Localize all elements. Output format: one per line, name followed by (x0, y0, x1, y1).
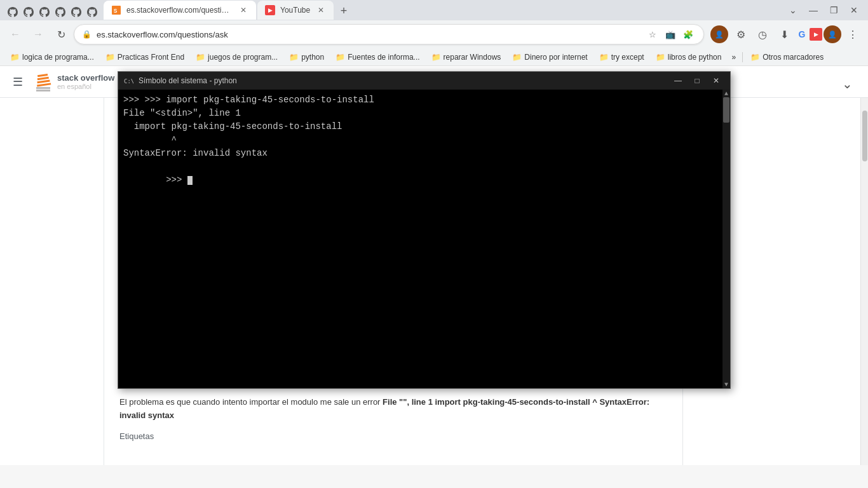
lock-icon: 🔒 (82, 30, 92, 39)
tab-icon-6[interactable] (85, 4, 100, 20)
bookmark-fuentes-label: Fuentes de informa... (348, 53, 419, 62)
bookmark-otros-icon: 📁 (750, 53, 760, 62)
forward-button[interactable]: → (28, 24, 48, 44)
history-button[interactable]: ◷ (752, 24, 773, 44)
tab-icon-3[interactable] (37, 4, 52, 20)
cast-button[interactable]: 📺 (663, 27, 678, 42)
bookmark-folder-icon-2: 📁 (105, 53, 115, 62)
cmd-icon: C:\ (123, 76, 133, 86)
active-tab-close-button[interactable]: ✕ (238, 5, 248, 15)
bookmark-python-label: python (301, 53, 324, 62)
user-avatar: 👤 (710, 25, 728, 43)
menu-button[interactable]: ⋮ (843, 24, 863, 44)
svg-rect-6 (37, 80, 50, 84)
refresh-button[interactable]: ↻ (51, 24, 71, 44)
svg-rect-4 (37, 74, 48, 77)
so-sidebar (0, 98, 104, 465)
cmd-body: >>> >>> import pkg-taking-45-seconds-to-… (118, 90, 730, 388)
bookmark-reparar-label: reparar Windows (444, 53, 501, 62)
cmd-prompt: >>> (166, 175, 187, 185)
bookmark-this-button[interactable]: ☆ (645, 27, 660, 42)
address-text: es.stackoverflow.com/questions/ask (97, 30, 640, 39)
bookmark-tryexcept[interactable]: 📁 try except (594, 51, 649, 63)
cmd-scrollbar[interactable]: ▲ ▼ (722, 90, 730, 388)
address-bar: ← → ↻ 🔒 es.stackoverflow.com/questions/a… (0, 20, 868, 48)
bookmarks-more-button[interactable]: » (728, 51, 740, 63)
downloads-button[interactable]: ⬇ (774, 24, 794, 44)
cmd-scroll-up-button[interactable]: ▲ (722, 90, 730, 97)
tab-icon-4[interactable] (53, 4, 68, 20)
svg-text:C:\: C:\ (124, 78, 133, 85)
bookmark-tryexcept-label: try except (611, 53, 644, 62)
cmd-scroll-thumb[interactable] (723, 97, 729, 123)
bookmark-otros[interactable]: 📁 Otros marcadores (745, 51, 829, 63)
bookmark-folder-icon-6: 📁 (431, 53, 441, 62)
tab-icon-1[interactable] (5, 4, 20, 20)
tab-down-button[interactable]: ⌄ (784, 1, 802, 19)
extension-button[interactable]: 🧩 (681, 27, 696, 42)
so-tags-section: Etiquetas (119, 430, 667, 444)
cmd-title-bar: C:\ Símbolo del sistema - python — □ ✕ (118, 72, 730, 90)
so-scroll-thumb[interactable] (862, 111, 867, 161)
tab-so-icon: S (111, 5, 121, 15)
bookmark-libros-label: libros de python (668, 53, 722, 62)
bookmark-folder-icon-4: 📁 (289, 53, 299, 62)
minimize-button[interactable]: — (804, 1, 822, 19)
google-favicon: G (796, 28, 808, 41)
active-tab[interactable]: S es.stackoverflow.com/questions/ask ✕ (104, 1, 256, 20)
bookmark-fuentes[interactable]: 📁 Fuentes de informa... (330, 51, 424, 63)
bookmark-folder-icon-5: 📁 (336, 53, 345, 62)
svg-rect-5 (37, 77, 49, 80)
cmd-scroll-track (722, 97, 730, 381)
bookmark-reparar[interactable]: 📁 reparar Windows (426, 51, 506, 63)
restore-button[interactable]: ❐ (825, 1, 843, 19)
close-window-button[interactable]: ✕ (845, 1, 863, 19)
cmd-line-3: import pkg-taking-45-seconds-to-install (123, 120, 725, 133)
tab-icon-2[interactable] (21, 4, 36, 20)
chrome-user-avatar[interactable]: 👤 (824, 25, 841, 43)
cmd-close-button[interactable]: ✕ (707, 74, 725, 87)
bookmark-practicas[interactable]: 📁 Practicas Front End (100, 51, 189, 63)
cmd-line-5: SyntaxError: invalid syntax (123, 147, 725, 160)
bookmark-otros-label: Otros marcadores (763, 53, 824, 62)
bookmark-folder-icon-9: 📁 (656, 53, 665, 62)
address-input-wrapper[interactable]: 🔒 es.stackoverflow.com/questions/ask ☆ 📺… (74, 24, 704, 44)
bookmark-python[interactable]: 📁 python (284, 51, 329, 63)
svg-rect-7 (37, 83, 51, 86)
youtube-tab[interactable]: ▶ YouTube ✕ (257, 1, 334, 20)
bookmark-libros[interactable]: 📁 libros de python (651, 51, 727, 63)
so-logo-text: stack overflow en español (57, 73, 114, 90)
bookmarks-bar: 📁 logica de programa... 📁 Practicas Fron… (0, 48, 868, 66)
cmd-line-1-text: >>> import pkg-taking-45-seconds-to-inst… (145, 95, 374, 105)
so-etiquetas-label: Etiquetas (119, 431, 154, 441)
bookmark-folder-icon-7: 📁 (512, 53, 522, 62)
bookmark-logica[interactable]: 📁 logica de programa... (5, 51, 99, 63)
so-menu-button[interactable]: ☰ (10, 72, 25, 92)
youtube-tab-title: YouTube (280, 6, 311, 15)
bookmark-folder-icon-3: 📁 (196, 53, 205, 62)
extensions-button[interactable]: ⚙ (731, 24, 751, 44)
so-scrollbar[interactable] (860, 98, 868, 465)
so-logo[interactable]: stack overflow en español (33, 70, 114, 93)
active-tab-title: es.stackoverflow.com/questions/ask (126, 6, 233, 15)
bookmark-juegos[interactable]: 📁 juegos de program... (191, 51, 283, 63)
cmd-maximize-button[interactable]: □ (688, 74, 706, 87)
cmd-line-2: File "<stdin>", line 1 (123, 107, 725, 120)
youtube-tab-close-button[interactable]: ✕ (316, 5, 326, 15)
cmd-prompt-line[interactable]: >>> (123, 160, 725, 200)
cmd-scroll-down-button[interactable]: ▼ (722, 381, 730, 388)
new-tab-button[interactable]: + (335, 2, 353, 20)
back-button[interactable]: ← (5, 24, 25, 44)
svg-rect-2 (36, 87, 50, 89)
tab-icon-5[interactable] (69, 4, 84, 20)
so-logo-icon (33, 70, 53, 93)
svg-text:S: S (114, 8, 118, 14)
bookmark-dinero[interactable]: 📁 Dinero por internet (507, 51, 592, 63)
bookmark-dinero-label: Dinero por internet (524, 53, 587, 62)
profile-button[interactable]: 👤 (709, 24, 729, 44)
cmd-minimize-button[interactable]: — (669, 74, 687, 87)
svg-rect-3 (36, 90, 50, 92)
cmd-title-text: Símbolo del sistema - python (139, 76, 664, 85)
cmd-line-1: >>> >>> import pkg-taking-45-seconds-to-… (123, 93, 725, 107)
page-content: ☰ stack overflow en español (0, 66, 868, 465)
